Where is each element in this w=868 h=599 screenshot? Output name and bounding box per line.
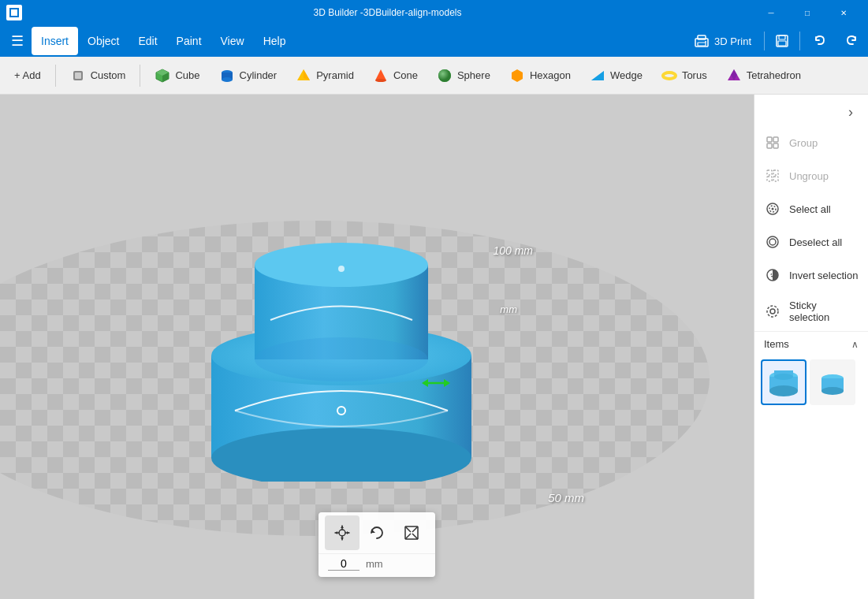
- pyramid-button[interactable]: Pyramid: [288, 63, 362, 88]
- rotate-icon: [368, 524, 386, 541]
- save-button[interactable]: [768, 27, 796, 55]
- svg-line-58: [412, 526, 418, 532]
- panel-item-select-all[interactable]: Select all: [754, 192, 868, 225]
- torus-button[interactable]: Torus: [654, 63, 715, 88]
- torus-icon: [661, 68, 677, 84]
- value-input[interactable]: [328, 557, 359, 571]
- menubar: ☰ Insert Object Edit Paint View Help 3D …: [0, 25, 868, 57]
- hamburger-menu-button[interactable]: ☰: [3, 27, 32, 55]
- cube-label: Cube: [175, 69, 199, 81]
- svg-rect-62: [773, 137, 778, 142]
- svg-rect-10: [75, 73, 81, 79]
- panel-item-invert-selection[interactable]: Invert selection: [754, 259, 868, 292]
- svg-rect-65: [767, 170, 772, 175]
- svg-marker-51: [341, 526, 344, 528]
- cylinder-button[interactable]: Cylinder: [211, 63, 285, 88]
- svg-rect-4: [698, 43, 706, 46]
- svg-rect-68: [773, 177, 778, 181]
- toolbar: + Add Custom Cube Cylinder Pyram: [0, 57, 868, 95]
- svg-rect-64: [773, 143, 778, 148]
- 3d-print-button[interactable]: 3D Print: [684, 28, 761, 54]
- svg-rect-63: [767, 143, 772, 148]
- ungroup-label: Ungroup: [789, 170, 829, 182]
- bottom-input-row: mm: [319, 553, 435, 577]
- menu-divider2: [799, 32, 800, 50]
- cone-button[interactable]: Cone: [365, 63, 426, 88]
- menu-insert[interactable]: Insert: [32, 27, 78, 55]
- svg-point-80: [769, 385, 798, 396]
- svg-marker-52: [341, 538, 344, 540]
- redo-icon: [843, 33, 859, 49]
- deselect-all-icon: [764, 233, 781, 251]
- svg-rect-3: [698, 35, 706, 39]
- move-button[interactable]: [325, 515, 359, 550]
- sphere-button[interactable]: Sphere: [429, 63, 498, 88]
- custom-button[interactable]: Custom: [62, 63, 134, 88]
- menu-view[interactable]: View: [211, 27, 254, 55]
- svg-point-5: [705, 41, 706, 43]
- minimize-button[interactable]: ─: [753, 0, 789, 25]
- item-2-preview: [813, 363, 852, 402]
- wedge-icon: [590, 68, 605, 84]
- dimension-mm: mm: [500, 303, 517, 315]
- scale-button[interactable]: [394, 515, 429, 550]
- svg-rect-67: [767, 177, 772, 181]
- item-thumb-1[interactable]: [761, 359, 807, 405]
- window-title: 3D Builder -3DBuilder-align-models: [22, 7, 753, 18]
- hexagon-button[interactable]: Hexagon: [501, 63, 579, 88]
- collapse-panel-button[interactable]: ›: [840, 101, 862, 123]
- sphere-label: Sphere: [457, 69, 490, 81]
- panel-item-deselect-all[interactable]: Deselect all: [754, 225, 868, 259]
- cylinder-icon: [219, 68, 235, 84]
- hexagon-icon: [509, 68, 525, 84]
- ungroup-icon: [764, 167, 781, 184]
- cone-label: Cone: [393, 69, 418, 81]
- svg-marker-54: [347, 531, 349, 534]
- undo-button[interactable]: [807, 27, 835, 55]
- panel-item-ungroup: Ungroup: [754, 159, 868, 192]
- svg-point-76: [767, 306, 778, 317]
- group-icon: [764, 134, 781, 151]
- sticky-selection-icon: [764, 303, 781, 320]
- invert-selection-icon: [764, 266, 781, 284]
- svg-point-83: [774, 374, 793, 380]
- svg-marker-23: [512, 69, 523, 82]
- dimension-50mm: 50 mm: [548, 491, 584, 504]
- item-thumb-2[interactable]: [810, 359, 855, 405]
- panel-item-group: Group: [754, 126, 868, 159]
- cube-button[interactable]: Cube: [147, 63, 207, 88]
- maximize-button[interactable]: □: [789, 0, 825, 25]
- dimension-100mm: 100 mm: [493, 244, 533, 257]
- wedge-button[interactable]: Wedge: [582, 63, 650, 88]
- svg-marker-53: [335, 531, 337, 534]
- 3d-scene: [164, 182, 519, 482]
- items-header: Items ∧: [754, 332, 868, 356]
- svg-point-16: [222, 77, 233, 82]
- panel-item-sticky-selection[interactable]: Sticky selection: [754, 292, 868, 331]
- tetrahedron-icon: [726, 68, 742, 84]
- panel-collapse-area: ›: [754, 95, 868, 126]
- add-button[interactable]: + Add: [6, 65, 49, 86]
- svg-rect-61: [767, 137, 772, 142]
- menu-paint[interactable]: Paint: [167, 27, 211, 55]
- bottom-icon-group: [319, 512, 435, 553]
- pyramid-icon: [296, 68, 311, 84]
- menu-help[interactable]: Help: [254, 27, 296, 55]
- svg-point-72: [767, 236, 778, 247]
- close-button[interactable]: ✕: [825, 0, 862, 25]
- svg-point-71: [772, 208, 774, 210]
- svg-rect-8: [778, 41, 786, 46]
- redo-button[interactable]: [836, 27, 865, 55]
- svg-rect-66: [773, 170, 778, 175]
- cylinder-label: Cylinder: [240, 69, 278, 81]
- rotate-button[interactable]: [359, 515, 394, 550]
- deselect-all-label: Deselect all: [789, 236, 842, 248]
- wedge-label: Wedge: [610, 69, 643, 81]
- tetrahedron-button[interactable]: Tetrahedron: [718, 63, 809, 88]
- menu-object[interactable]: Object: [78, 27, 129, 55]
- menu-edit[interactable]: Edit: [129, 27, 166, 55]
- svg-point-20: [375, 79, 386, 82]
- viewport[interactable]: 100 mm mm 50 mm: [0, 95, 754, 599]
- add-label: + Add: [14, 69, 41, 81]
- svg-point-73: [769, 239, 776, 245]
